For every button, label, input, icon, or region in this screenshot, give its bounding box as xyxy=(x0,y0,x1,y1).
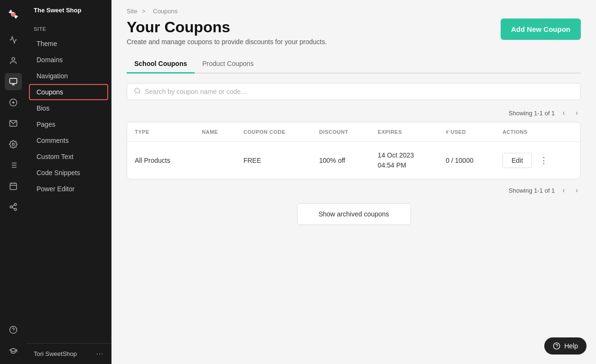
show-archived-section: Show archived coupons xyxy=(127,203,581,225)
show-archived-button[interactable]: Show archived coupons xyxy=(297,203,411,225)
bottom-pagination: Showing 1-1 of 1 ‹ › xyxy=(127,185,581,196)
col-type: TYPE xyxy=(127,122,194,142)
svg-line-23 xyxy=(12,205,14,206)
svg-point-19 xyxy=(14,204,17,206)
money-icon[interactable] xyxy=(5,94,22,111)
users-icon[interactable] xyxy=(5,52,22,69)
sidebar-item-comments[interactable]: Comments xyxy=(29,132,108,149)
svg-line-22 xyxy=(12,207,14,209)
col-expires: EXPIRES xyxy=(370,122,438,142)
tab-product-coupons[interactable]: Product Coupons xyxy=(195,55,261,74)
tabs: School Coupons Product Coupons xyxy=(127,55,581,74)
breadcrumb: Site > Coupons xyxy=(112,0,596,15)
settings-icon[interactable] xyxy=(5,136,22,153)
display-icon[interactable] xyxy=(5,73,22,90)
sidebar-item-bios[interactable]: Bios xyxy=(29,100,108,116)
help-button[interactable]: Help xyxy=(544,337,587,355)
sidebar-item-theme[interactable]: Theme xyxy=(29,36,108,52)
sidebar-item-domains[interactable]: Domains xyxy=(29,52,108,68)
col-actions: ACTIONS xyxy=(495,122,580,142)
page-header: Your Coupons Create and manage coupons t… xyxy=(112,15,596,55)
svg-point-26 xyxy=(135,88,140,93)
help-label: Help xyxy=(564,342,578,350)
search-bar xyxy=(127,83,581,100)
app-logo: 🍬 xyxy=(4,5,23,24)
table-row: All Products FREE 100% off 14 Oct 2023 0… xyxy=(127,142,580,179)
coupons-table: TYPE NAME COUPON CODE DISCOUNT EXPIRES #… xyxy=(127,122,581,179)
svg-point-8 xyxy=(12,143,14,146)
col-discount: DISCOUNT xyxy=(312,122,371,142)
svg-point-0 xyxy=(12,57,15,60)
actions-cell: Edit ⋮ xyxy=(503,153,573,168)
col-used: # USED xyxy=(438,122,495,142)
pagination-info: Showing 1-1 of 1 xyxy=(509,110,555,117)
pagination-next-button[interactable]: › xyxy=(573,108,581,118)
svg-line-27 xyxy=(139,92,140,93)
sidebar-item-code-snippets[interactable]: Code Snippets xyxy=(29,165,108,181)
cell-type: All Products xyxy=(127,142,194,179)
breadcrumb-site[interactable]: Site xyxy=(127,8,137,15)
page-title: Your Coupons xyxy=(127,19,327,36)
cell-used: 0 / 10000 xyxy=(438,142,495,179)
table-header-row: TYPE NAME COUPON CODE DISCOUNT EXPIRES #… xyxy=(127,122,580,142)
search-icon xyxy=(134,87,141,96)
top-pagination: Showing 1-1 of 1 ‹ › xyxy=(127,108,581,118)
expires-time: 04:54 PM xyxy=(378,160,430,170)
main-content: Site > Coupons Your Coupons Create and m… xyxy=(112,0,596,364)
library-icon[interactable] xyxy=(5,157,22,174)
branch-icon[interactable] xyxy=(5,198,22,215)
sidebar-item-power-editor[interactable]: Power Editor xyxy=(29,181,108,197)
cell-name xyxy=(194,142,236,179)
search-input[interactable] xyxy=(145,88,574,95)
svg-rect-15 xyxy=(10,183,17,190)
cell-code: FREE xyxy=(236,142,312,179)
page-subtitle: Create and manage coupons to provide dis… xyxy=(127,38,327,46)
col-code: COUPON CODE xyxy=(236,122,312,142)
email-icon[interactable] xyxy=(5,115,22,132)
bottom-pagination-next-button[interactable]: › xyxy=(573,185,581,196)
sidebar: The Sweet Shop SITE Theme Domains Naviga… xyxy=(26,0,112,364)
sidebar-item-custom-text[interactable]: Custom Text xyxy=(29,149,108,165)
sidebar-item-navigation[interactable]: Navigation xyxy=(29,68,108,84)
calendar-icon[interactable] xyxy=(5,177,22,195)
sidebar-item-coupons[interactable]: Coupons xyxy=(29,84,108,100)
help-icon xyxy=(553,342,560,350)
more-options-button[interactable]: ⋮ xyxy=(536,153,552,168)
page-title-section: Your Coupons Create and manage coupons t… xyxy=(127,19,327,46)
user-name: Tori SweetShop xyxy=(34,350,77,357)
pagination-prev-button[interactable]: ‹ xyxy=(559,108,568,118)
cell-discount: 100% off xyxy=(312,142,371,179)
breadcrumb-separator: > xyxy=(142,8,146,15)
content-area: School Coupons Product Coupons Showing 1… xyxy=(112,55,596,364)
add-new-coupon-button[interactable]: Add New Coupon xyxy=(501,19,581,40)
tab-school-coupons[interactable]: School Coupons xyxy=(127,55,195,74)
help-circle-icon[interactable] xyxy=(5,321,22,338)
svg-rect-1 xyxy=(9,78,17,84)
app-name: The Sweet Shop xyxy=(26,0,111,19)
icon-rail: 🍬 xyxy=(0,0,26,364)
analytics-icon[interactable] xyxy=(5,31,22,48)
edit-coupon-button[interactable]: Edit xyxy=(503,153,532,168)
site-section-label: SITE xyxy=(26,19,111,36)
svg-point-20 xyxy=(10,206,12,208)
sidebar-item-pages[interactable]: Pages xyxy=(29,116,108,132)
table: TYPE NAME COUPON CODE DISCOUNT EXPIRES #… xyxy=(127,122,580,179)
cell-actions: Edit ⋮ xyxy=(495,142,580,179)
sidebar-footer: Tori SweetShop ⋯ xyxy=(26,343,111,364)
bottom-pagination-prev-button[interactable]: ‹ xyxy=(559,185,568,196)
graduation-icon[interactable] xyxy=(5,342,22,359)
cell-expires: 14 Oct 2023 04:54 PM xyxy=(370,142,438,179)
col-name: NAME xyxy=(194,122,236,142)
more-options-icon[interactable]: ⋯ xyxy=(96,349,103,358)
expires-date: 14 Oct 2023 xyxy=(378,150,430,160)
breadcrumb-current: Coupons xyxy=(153,8,177,15)
svg-point-21 xyxy=(14,208,17,211)
bottom-pagination-info: Showing 1-1 of 1 xyxy=(509,187,555,194)
